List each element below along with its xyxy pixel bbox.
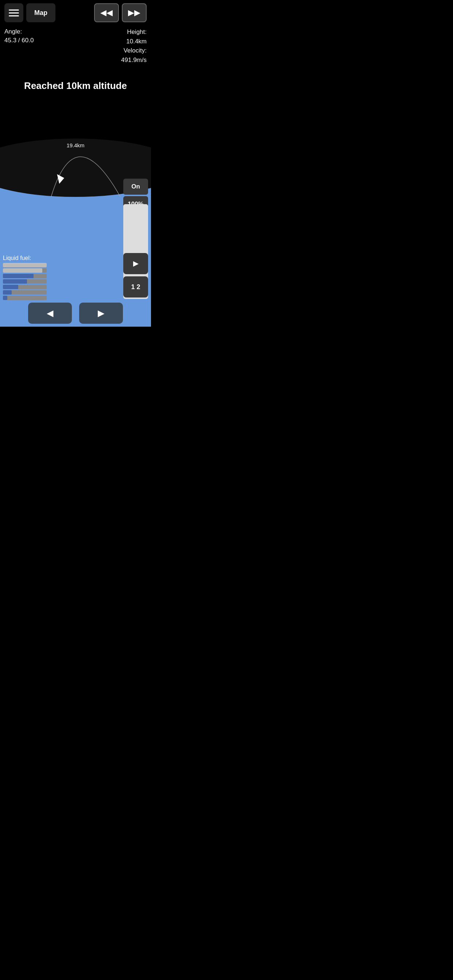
fuel-label: Liquid fuel:: [3, 255, 47, 261]
stages-button[interactable]: 1 2: [123, 276, 148, 298]
top-bar: Map ◀◀ ▶▶: [0, 0, 151, 25]
fuel-bar-fill: [3, 274, 33, 278]
fuel-bar-fill: [3, 279, 27, 284]
stats-right: Height: 10.4km Velocity: 491.9m/s: [121, 27, 147, 65]
fuel-bar-bg: [3, 279, 47, 284]
menu-button[interactable]: [4, 3, 23, 22]
nav-forward-button[interactable]: ▶: [79, 302, 123, 324]
height-value: 10.4km: [121, 37, 147, 46]
fuel-bar-bg: [3, 285, 47, 289]
fuel-row-6: [3, 290, 47, 294]
bottom-right-controls: ▶ 1 2: [123, 253, 148, 298]
fuel-bar-fill: [3, 263, 47, 267]
top-left-controls: Map: [4, 3, 56, 22]
hamburger-icon: [9, 13, 19, 13]
map-button[interactable]: Map: [26, 3, 56, 22]
play-button[interactable]: ▶: [123, 253, 148, 274]
stats-left: Angle: 45.3 / 60.0: [4, 27, 33, 45]
fuel-row-3: [3, 274, 47, 278]
angle-label: Angle:: [4, 27, 33, 36]
fuel-row-4: [3, 279, 47, 284]
svg-marker-0: [54, 172, 65, 184]
fuel-bar-fill: [3, 296, 7, 300]
fuel-row-5: [3, 285, 47, 289]
hamburger-icon: [9, 10, 19, 11]
fuel-bar-bg: [3, 263, 47, 267]
fuel-bar-fill: [3, 285, 18, 289]
bottom-nav: ◀ ▶: [0, 301, 151, 327]
nav-back-button[interactable]: ◀: [28, 302, 72, 324]
distance-label: 19.4km: [0, 142, 151, 148]
velocity-label: Velocity:: [121, 46, 147, 56]
fuel-bar-bg: [3, 274, 47, 278]
top-right-controls: ◀◀ ▶▶: [94, 3, 147, 22]
angle-value: 45.3 / 60.0: [4, 36, 33, 45]
fuel-bar-bg: [3, 296, 47, 300]
rewind-button[interactable]: ◀◀: [94, 3, 119, 22]
fuel-row-1: [3, 263, 47, 267]
fuel-row-2: [3, 268, 47, 273]
height-label: Height:: [121, 27, 147, 37]
fastforward-button[interactable]: ▶▶: [122, 3, 147, 22]
fuel-bar-fill: [3, 290, 12, 294]
fuel-bar-fill: [3, 268, 42, 273]
fuel-row-7: [3, 296, 47, 300]
velocity-value: 491.9m/s: [121, 56, 147, 65]
hamburger-icon: [9, 15, 19, 16]
center-message: Reached 10km altitude: [0, 80, 151, 92]
fuel-area: Liquid fuel:: [3, 255, 47, 301]
fuel-bar-bg: [3, 268, 47, 273]
fuel-bar-bg: [3, 290, 47, 294]
on-button[interactable]: On: [123, 179, 148, 195]
